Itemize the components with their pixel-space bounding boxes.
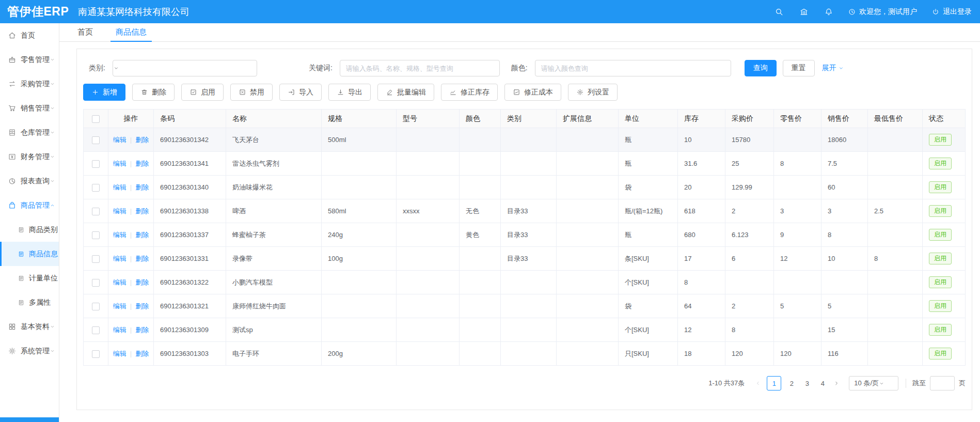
page-jump-input[interactable]	[930, 376, 955, 390]
row-checkbox[interactable]	[92, 136, 100, 144]
column-header-color: 颜色	[460, 110, 501, 128]
cell-model	[397, 223, 460, 247]
sidebar-item-purchase[interactable]: 采购管理	[0, 72, 59, 96]
category-select[interactable]	[113, 60, 257, 76]
shop-button[interactable]	[799, 7, 809, 17]
sidebar-item-measure-unit[interactable]: 计量单位	[0, 266, 59, 290]
edit-link[interactable]: 编辑	[113, 278, 127, 286]
check-square-icon	[189, 88, 197, 96]
table-row: 编辑|删除6901236301338啤酒580mlxxsxx无色目录33瓶/(箱…	[84, 199, 966, 223]
batch-edit-button[interactable]: 批量编辑	[377, 84, 434, 101]
import-button[interactable]: 导入	[279, 84, 322, 101]
sidebar-item-goods-category[interactable]: 商品类别	[0, 217, 59, 242]
sidebar-item-finance[interactable]: 财务管理	[0, 145, 59, 169]
delete-link[interactable]: 删除	[135, 207, 149, 215]
sidebar-item-multi-attr[interactable]: 多属性	[0, 290, 59, 315]
delete-link[interactable]: 删除	[135, 160, 149, 167]
row-checkbox[interactable]	[92, 231, 100, 239]
sidebar-item-goods-info[interactable]: 商品信息	[0, 242, 59, 266]
column-header-min-price: 最低售价	[868, 110, 923, 128]
cell-color	[460, 294, 501, 318]
page-button-4[interactable]: 4	[817, 376, 828, 390]
edit-link[interactable]: 编辑	[113, 231, 127, 239]
edit-link[interactable]: 编辑	[113, 350, 127, 357]
sidebar-item-label: 计量单位	[29, 274, 58, 283]
add-button[interactable]: 新增	[83, 84, 125, 101]
row-checkbox[interactable]	[92, 350, 100, 358]
cell-model	[397, 318, 460, 342]
sidebar-item-sales[interactable]: 销售管理	[0, 96, 59, 120]
export-button[interactable]: 导出	[328, 84, 371, 101]
delete-link[interactable]: 删除	[135, 302, 149, 310]
welcome-user[interactable]: 欢迎您，测试用户	[848, 7, 917, 17]
cell-unit: 个[SKU]	[619, 271, 678, 294]
delete-link[interactable]: 删除	[135, 255, 149, 262]
app-logo[interactable]: 管伊佳ERP	[0, 4, 59, 20]
fix-stock-button[interactable]: 修正库存	[441, 84, 498, 101]
edit-link[interactable]: 编辑	[113, 136, 127, 144]
edit-link[interactable]: 编辑	[113, 183, 127, 191]
columns-button[interactable]: 列设置	[568, 84, 618, 101]
sidebar-item-retail[interactable]: 零售管理	[0, 48, 59, 72]
edit-link[interactable]: 编辑	[113, 255, 127, 262]
edit-link[interactable]: 编辑	[113, 302, 127, 310]
row-checkbox[interactable]	[92, 208, 100, 215]
prev-page-button[interactable]	[752, 376, 764, 390]
delete-button[interactable]: 删除	[132, 84, 175, 101]
page-button-2[interactable]: 2	[786, 376, 797, 390]
delete-link[interactable]: 删除	[135, 350, 149, 357]
table-row: 编辑|删除6901236301321康师傅红烧牛肉面袋64255启用	[84, 294, 966, 318]
sidebar-item-warehouse[interactable]: 仓库管理	[0, 120, 59, 145]
sidebar-item-label: 报表查询	[21, 177, 50, 186]
row-checkbox[interactable]	[92, 255, 100, 263]
sidebar-item-system[interactable]: 系统管理	[0, 339, 59, 363]
cell-color	[460, 176, 501, 199]
notifications-button[interactable]	[824, 7, 833, 17]
status-badge: 启用	[929, 348, 952, 359]
fix-cost-button[interactable]: 修正成本	[504, 84, 561, 101]
table-row: 编辑|删除6901236301331录像带100g目录33条[SKU]17612…	[84, 247, 966, 271]
cell-unit: 袋	[619, 176, 678, 199]
tab-home[interactable]: 首页	[72, 23, 98, 41]
reset-button[interactable]: 重置	[783, 60, 815, 76]
delete-link[interactable]: 删除	[135, 136, 149, 144]
page-size-select[interactable]: 10 条/页	[849, 376, 898, 390]
row-checkbox[interactable]	[92, 184, 100, 192]
disable-button[interactable]: 禁用	[230, 84, 273, 101]
sidebar-collapse-bar[interactable]	[0, 417, 59, 422]
cell-color	[460, 342, 501, 366]
delete-link[interactable]: 删除	[135, 183, 149, 191]
edit-link[interactable]: 编辑	[113, 160, 127, 167]
sidebar-item-goods[interactable]: 商品管理	[0, 193, 59, 217]
cell-retail-price	[774, 128, 821, 152]
color-input[interactable]	[535, 60, 731, 76]
sidebar-item-basic-data[interactable]: 基本资料	[0, 315, 59, 339]
page-button-1[interactable]: 1	[767, 376, 781, 390]
edit-link[interactable]: 编辑	[113, 326, 127, 334]
select-all-checkbox[interactable]	[92, 115, 100, 123]
delete-link[interactable]: 删除	[135, 231, 149, 239]
next-page-button[interactable]	[830, 376, 843, 390]
row-checkbox[interactable]	[92, 279, 100, 287]
delete-link[interactable]: 删除	[135, 326, 149, 334]
column-header-barcode: 条码	[154, 110, 226, 128]
tab-goods-info[interactable]: 商品信息	[110, 23, 152, 41]
page-button-3[interactable]: 3	[802, 376, 812, 390]
search-button[interactable]	[774, 7, 784, 17]
cell-sale-price: 18060	[821, 128, 868, 152]
sidebar-item-home[interactable]: 首页	[0, 23, 59, 48]
row-checkbox[interactable]	[92, 160, 100, 168]
keyword-input[interactable]	[340, 60, 500, 76]
enable-button[interactable]: 启用	[181, 84, 224, 101]
search-submit-button[interactable]: 查询	[745, 60, 777, 76]
logout-button[interactable]: 退出登录	[931, 7, 972, 17]
row-checkbox[interactable]	[92, 326, 100, 334]
expand-link[interactable]: 展开	[822, 64, 844, 73]
sidebar-item-report[interactable]: 报表查询	[0, 169, 59, 193]
edit-link[interactable]: 编辑	[113, 207, 127, 215]
cell-name: 康师傅红烧牛肉面	[226, 294, 322, 318]
table-row: 编辑|删除6901236301341雷达杀虫气雾剂瓶31.62587.5启用	[84, 152, 966, 176]
cell-name: 啤酒	[226, 199, 322, 223]
row-checkbox[interactable]	[92, 303, 100, 310]
delete-link[interactable]: 删除	[135, 278, 149, 286]
